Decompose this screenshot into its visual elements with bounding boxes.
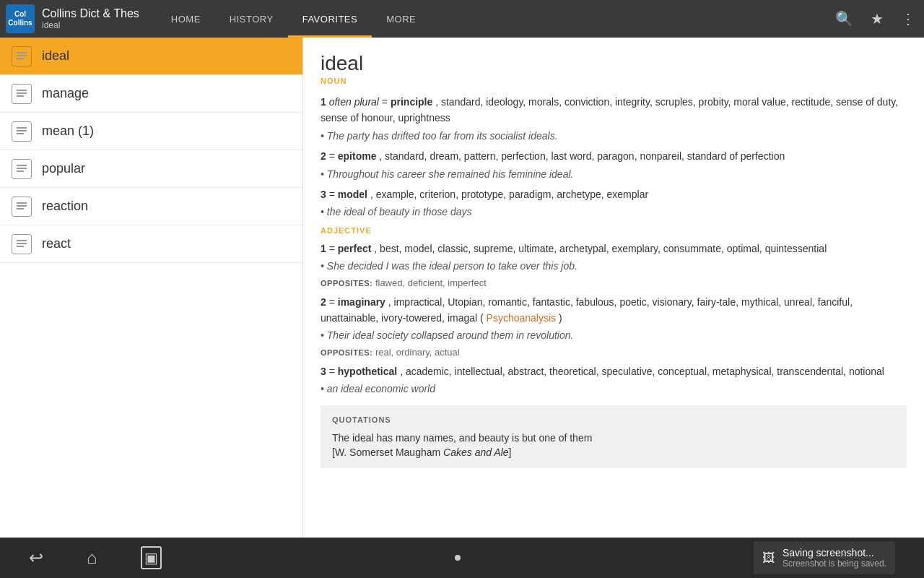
quotation-author: [W. Somerset Maugham xyxy=(332,447,443,458)
def-number-2: 2 xyxy=(321,150,326,162)
adj-def-line-2: 2 = imaginary , impractical, Utopian, ro… xyxy=(321,294,907,327)
def-line-3: 3 = model , example, criterion, prototyp… xyxy=(321,186,907,202)
example-3: • the ideal of beauty in those days xyxy=(321,204,907,220)
app-title: Collins Dict & Thes xyxy=(42,7,139,20)
svg-rect-13 xyxy=(17,205,27,207)
opposites-label-2: OPPOSITES: xyxy=(321,348,372,357)
example-2: • Throughout his career she remained his… xyxy=(321,166,907,182)
svg-rect-0 xyxy=(17,52,27,53)
screenshot-icon: 🖼 xyxy=(762,551,775,566)
def-line-1: 1 often plural = principle , standard, i… xyxy=(321,94,907,126)
adj-def-term-1: perfect xyxy=(338,243,372,254)
more-icon[interactable]: ⋮ xyxy=(898,7,918,30)
svg-rect-8 xyxy=(17,133,24,134)
svg-rect-11 xyxy=(17,171,24,172)
def-often-plural: often plural = xyxy=(329,96,391,108)
example-1: • The party has drifted too far from its… xyxy=(321,128,907,144)
sidebar-item-label-popular: popular xyxy=(42,161,85,176)
adj-def-line-1: 1 = perfect , best, model, classic, supr… xyxy=(321,241,907,256)
def-term-3: model xyxy=(338,189,367,200)
word-title: ideal xyxy=(321,52,907,75)
adj-def-1: 1 = perfect , best, model, classic, supr… xyxy=(321,241,907,288)
opposites-label-1: OPPOSITES: xyxy=(321,279,372,288)
quotation-work: Cakes and Ale xyxy=(443,447,509,458)
sidebar-item-label-mean: mean (1) xyxy=(42,124,94,139)
sidebar-item-icon xyxy=(12,46,32,66)
sidebar-item-icon xyxy=(12,84,32,104)
adj-def-text-2b: ) xyxy=(559,312,562,324)
quotation-source: [W. Somerset Maugham Cakes and Ale] xyxy=(332,447,895,458)
home-icon[interactable]: ⌂ xyxy=(87,548,97,568)
adj-def-term-3: hypothetical xyxy=(338,366,397,377)
sidebar-item-icon xyxy=(12,159,32,179)
svg-rect-17 xyxy=(17,246,24,247)
sidebar-item-ideal[interactable]: ideal xyxy=(0,38,302,75)
star-icon[interactable]: ★ xyxy=(868,7,886,30)
dict-content: ideal NOUN 1 often plural = principle , … xyxy=(303,38,924,538)
def-number-3: 3 xyxy=(321,189,326,200)
adj-example-2: • Their ideal society collapsed around t… xyxy=(321,327,907,343)
svg-rect-4 xyxy=(17,92,27,94)
psychoanalysis-link[interactable]: Psychoanalysis xyxy=(487,312,557,324)
app-subtitle: ideal xyxy=(42,20,139,30)
word-pos-noun: NOUN xyxy=(321,77,907,85)
svg-rect-15 xyxy=(17,240,27,241)
sidebar-item-icon xyxy=(12,197,32,217)
def-term-2: epitome xyxy=(338,150,377,162)
sidebar-item-react[interactable]: react xyxy=(0,225,302,263)
home-dot xyxy=(455,555,461,561)
tab-history[interactable]: HISTORY xyxy=(215,0,288,38)
adj-def-3: 3 = hypothetical , academic, intellectua… xyxy=(321,363,907,397)
sidebar-item-label-react: react xyxy=(42,236,71,251)
search-icon[interactable]: 🔍 xyxy=(832,7,856,30)
def-number-1: 1 xyxy=(321,96,326,108)
sidebar-item-mean[interactable]: mean (1) xyxy=(0,113,302,150)
tab-favorites[interactable]: FAVORITES xyxy=(288,0,372,38)
adj-opposites-1: OPPOSITES: flawed, deficient, imperfect xyxy=(321,277,907,288)
recent-apps-icon[interactable]: ▣ xyxy=(141,546,162,569)
top-bar: Col Collins Collins Dict & Thes ideal HO… xyxy=(0,0,924,38)
bottom-center xyxy=(455,555,461,561)
app-title-block: Collins Dict & Thes ideal xyxy=(42,7,139,30)
adj-def-eq-3: = xyxy=(329,366,338,377)
opposites-text-1: flawed, deficient, imperfect xyxy=(375,277,487,288)
sidebar-item-popular[interactable]: popular xyxy=(0,150,302,188)
sidebar-item-label-reaction: reaction xyxy=(42,199,88,214)
def-text-2: , standard, dream, pattern, perfection, … xyxy=(379,150,785,162)
sidebar-item-label-ideal: ideal xyxy=(42,48,69,64)
noun-def-2: 2 = epitome , standard, dream, pattern, … xyxy=(321,148,907,182)
sidebar-item-reaction[interactable]: reaction xyxy=(0,188,302,225)
adj-def-number-2: 2 xyxy=(321,296,326,308)
tab-more[interactable]: MORE xyxy=(372,0,430,38)
svg-rect-9 xyxy=(17,165,27,166)
app-icon-label: Col Collins xyxy=(6,10,35,27)
def-text-3: , example, criterion, prototype, paradig… xyxy=(370,189,648,200)
adj-opposites-2: OPPOSITES: real, ordinary, actual xyxy=(321,347,907,358)
bottom-bar: ↩ ⌂ ▣ 🖼 Saving screenshot... Screenshot … xyxy=(0,538,924,578)
bottom-nav: ↩ ⌂ ▣ xyxy=(29,546,162,569)
def-eq-3: = xyxy=(329,189,338,200)
toast-main: Saving screenshot... xyxy=(783,547,886,558)
word-pos-adj: ADJECTIVE xyxy=(321,226,907,235)
adj-def-eq-1: = xyxy=(329,243,338,254)
noun-def-3: 3 = model , example, criterion, prototyp… xyxy=(321,186,907,220)
svg-rect-10 xyxy=(17,168,27,169)
tab-home[interactable]: HOME xyxy=(157,0,215,38)
svg-rect-16 xyxy=(17,243,27,244)
sidebar-item-icon xyxy=(12,121,32,142)
nav-tabs: HOME HISTORY FAVORITES MORE xyxy=(157,0,832,38)
opposites-text-2: real, ordinary, actual xyxy=(375,347,460,358)
quotation-close: ] xyxy=(509,447,512,458)
quotations-box: QUOTATIONS The ideal has many names, and… xyxy=(321,405,907,467)
svg-rect-1 xyxy=(17,55,27,56)
screenshot-toast: 🖼 Saving screenshot... Screenshot is bei… xyxy=(754,541,895,574)
svg-rect-2 xyxy=(17,58,24,59)
adj-def-number-3: 3 xyxy=(321,366,326,377)
sidebar-item-manage[interactable]: manage xyxy=(0,75,302,113)
def-line-2: 2 = epitome , standard, dream, pattern, … xyxy=(321,148,907,164)
adj-def-number-1: 1 xyxy=(321,243,326,254)
toast-text: Saving screenshot... Screenshot is being… xyxy=(783,547,886,569)
def-eq-2: = xyxy=(329,150,338,162)
back-icon[interactable]: ↩ xyxy=(29,548,43,568)
adj-def-text-3: , academic, intellectual, abstract, theo… xyxy=(400,366,884,377)
